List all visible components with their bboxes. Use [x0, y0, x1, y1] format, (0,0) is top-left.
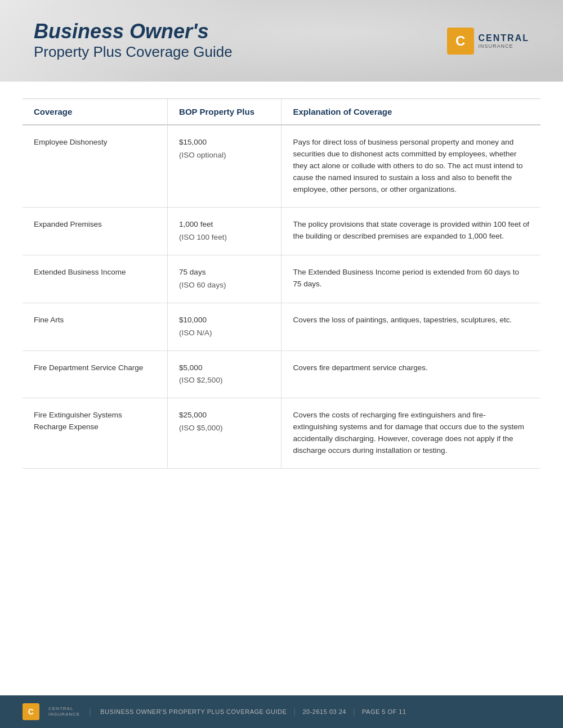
footer-sep-2: |	[293, 707, 296, 716]
main-title-line2: Property Plus Coverage Guide	[34, 43, 233, 62]
table-row: Fire Extinguisher Systems Recharge Expen…	[23, 398, 540, 469]
explanation-cell: Covers the costs of recharging fire exti…	[282, 398, 540, 469]
bop-amount: $5,000	[179, 362, 270, 374]
bop-value-cell: $15,000(ISO optional)	[168, 125, 282, 207]
bop-iso: (ISO $2,500)	[179, 375, 270, 387]
footer-sep-1: |	[89, 707, 91, 716]
header-title-block: Business Owner's Property Plus Coverage …	[34, 20, 233, 61]
bop-value-cell: $10,000(ISO N/A)	[168, 303, 282, 350]
explanation-cell: Covers fire department service charges.	[282, 350, 540, 398]
footer-info: BUSINESS OWNER'S PROPERTY PLUS COVERAGE …	[100, 707, 406, 716]
bop-amount: $10,000	[179, 314, 270, 326]
bop-amount: 75 days	[179, 267, 270, 278]
central-logo-icon: C	[447, 28, 474, 55]
main-content: Coverage BOP Property Plus Explanation o…	[0, 82, 563, 695]
bop-iso: (ISO $5,000)	[179, 423, 270, 434]
table-row: Fire Department Service Charge$5,000(ISO…	[23, 350, 540, 398]
footer-sep-3: |	[353, 707, 355, 716]
table-header-row: Coverage BOP Property Plus Explanation o…	[23, 99, 540, 125]
bop-value-cell: $25,000(ISO $5,000)	[168, 398, 282, 469]
explanation-cell: Covers the loss of paintings, antiques, …	[282, 303, 540, 350]
coverage-name: Extended Business Income	[23, 255, 168, 303]
bop-value-cell: 75 days(ISO 60 days)	[168, 255, 282, 303]
bop-iso: (ISO optional)	[179, 150, 270, 161]
table-row: Fine Arts$10,000(ISO N/A)Covers the loss…	[23, 303, 540, 350]
coverage-name: Fire Extinguisher Systems Recharge Expen…	[23, 398, 168, 469]
footer-logo-text-block: CENTRAL Insurance	[48, 706, 80, 717]
brand-sub: Insurance	[479, 43, 513, 49]
page-header: Business Owner's Property Plus Coverage …	[0, 0, 563, 82]
footer-guide-label: BUSINESS OWNER'S PROPERTY PLUS COVERAGE …	[100, 708, 287, 715]
bop-amount: 1,000 feet	[179, 219, 270, 231]
col-header-explanation: Explanation of Coverage	[282, 99, 540, 125]
table-row: Expanded Premises1,000 feet(ISO 100 feet…	[23, 208, 540, 255]
coverage-table: Coverage BOP Property Plus Explanation o…	[23, 98, 540, 469]
bop-amount: $15,000	[179, 137, 270, 149]
central-logo-text: CENTRAL Insurance	[479, 33, 529, 49]
footer-logo-icon: C	[23, 703, 39, 720]
table-row: Employee Dishonesty$15,000(ISO optional)…	[23, 125, 540, 207]
coverage-name: Fire Department Service Charge	[23, 350, 168, 398]
bop-iso: (ISO N/A)	[179, 327, 270, 339]
table-row: Extended Business Income75 days(ISO 60 d…	[23, 255, 540, 303]
col-header-bop: BOP Property Plus	[168, 99, 282, 125]
coverage-name: Expanded Premises	[23, 208, 168, 255]
bop-value-cell: 1,000 feet(ISO 100 feet)	[168, 208, 282, 255]
explanation-cell: The Extended Business Income period is e…	[282, 255, 540, 303]
col-header-coverage: Coverage	[23, 99, 168, 125]
footer-doc-number: 20-2615 03 24	[302, 708, 346, 715]
bop-value-cell: $5,000(ISO $2,500)	[168, 350, 282, 398]
coverage-name: Fine Arts	[23, 303, 168, 350]
explanation-cell: Pays for direct loss of business persona…	[282, 125, 540, 207]
footer-sub: Insurance	[48, 712, 80, 717]
footer-brand: CENTRAL	[48, 706, 80, 712]
page-footer: C CENTRAL Insurance | BUSINESS OWNER'S P…	[0, 695, 563, 728]
brand-name: CENTRAL	[479, 33, 529, 43]
coverage-name: Employee Dishonesty	[23, 125, 168, 207]
header-logo: C CENTRAL Insurance	[447, 28, 529, 55]
main-title-line1: Business Owner's	[34, 20, 233, 43]
explanation-cell: The policy provisions that state coverag…	[282, 208, 540, 255]
bop-iso: (ISO 100 feet)	[179, 232, 270, 244]
footer-page-info: PAGE 5 OF 11	[362, 708, 406, 715]
bop-amount: $25,000	[179, 410, 270, 421]
bop-iso: (ISO 60 days)	[179, 280, 270, 291]
